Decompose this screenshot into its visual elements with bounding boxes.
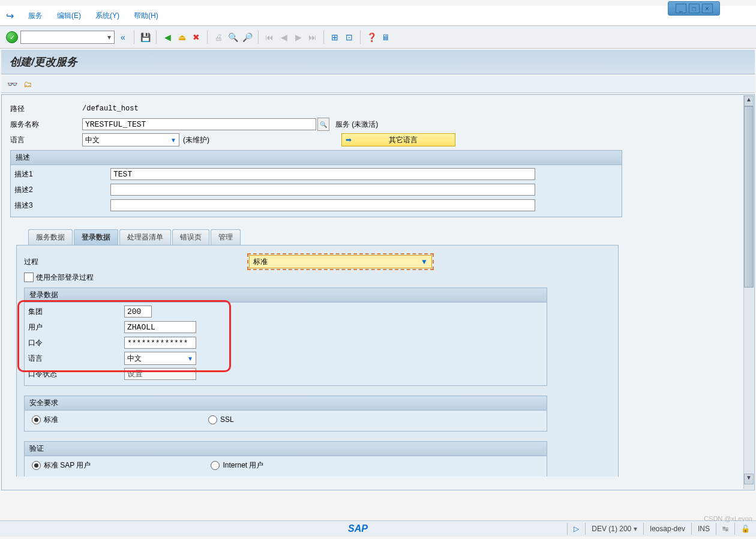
auth-group-title: 验证 — [25, 442, 547, 456]
auth-internet-radio[interactable] — [211, 461, 220, 470]
use-all-login-checkbox[interactable] — [24, 273, 34, 282]
first-icon: ⏮ — [263, 31, 275, 43]
maximize-icon[interactable]: □ — [689, 4, 700, 13]
service-name-label: 服务名称 — [10, 119, 82, 130]
service-name-input[interactable] — [82, 118, 316, 130]
desc2-input[interactable] — [110, 184, 535, 196]
window-controls[interactable]: _ □ × — [668, 1, 720, 16]
process-label: 过程 — [24, 257, 249, 267]
exit2-icon[interactable]: ⏏ — [176, 31, 188, 43]
save-icon[interactable]: 💾 — [139, 31, 151, 43]
glasses-icon[interactable]: 👓 — [6, 78, 18, 90]
exit-icon[interactable]: ↪ — [6, 10, 14, 22]
chevron-down-icon: ▼ — [187, 355, 193, 362]
login-data-group-title: 登录数据 — [25, 288, 547, 303]
command-field[interactable]: ▾ — [20, 31, 115, 44]
f4-help-icon[interactable]: 🔍 — [317, 118, 329, 131]
toolbar: ✓ ▾ « 💾 ◀ ⏏ ✖ 🖨 🔍 🔎 ⏮ ◀ ▶ ⏭ ⊞ ⊡ ❓ 🖥 — [0, 26, 756, 49]
enter-icon[interactable]: ✓ — [6, 31, 18, 43]
tab-strip: 服务数据 登录数据 处理器清单 错误页 管理 — [28, 229, 746, 245]
pwstate-value — [124, 368, 196, 380]
user-label: 用户 — [28, 322, 124, 333]
service-status-label: 服务 (未激活) — [335, 119, 378, 130]
content-area: ▲ ▼ 路径 /default_host 服务名称 🔍 服务 (未激活) 语言 … — [1, 94, 755, 490]
tab-content: 过程 标准 ▼ 使用全部登录过程 登录数据 集团 — [16, 245, 619, 477]
help-icon[interactable]: ❓ — [365, 31, 377, 43]
tab-error-page[interactable]: 错误页 — [172, 229, 209, 245]
menu-edit[interactable]: 编辑(E) — [57, 11, 81, 21]
process-dropdown[interactable]: 标准 ▼ — [249, 255, 432, 268]
path-value: /default_host — [82, 104, 139, 113]
auth-sap-radio[interactable] — [32, 461, 41, 470]
password-input[interactable] — [124, 337, 196, 349]
chevron-down-icon[interactable]: ▾ — [104, 33, 114, 41]
tab-handler-list[interactable]: 处理器清单 — [119, 229, 171, 245]
tree-icon[interactable]: 🗂 — [22, 78, 34, 90]
security-standard-label: 标准 — [44, 415, 58, 425]
arrow-right-icon: ➡ — [346, 136, 352, 144]
minimize-icon[interactable]: _ — [676, 4, 686, 13]
language-label: 语言 — [10, 135, 82, 145]
menu-system[interactable]: 系统(Y) — [95, 11, 119, 21]
desc2-label: 描述2 — [14, 185, 110, 195]
menu-service[interactable]: 服务 — [28, 11, 43, 21]
description-group-title: 描述 — [11, 151, 622, 165]
tab-service-data[interactable]: 服务数据 — [28, 229, 73, 245]
security-ssl-radio[interactable] — [208, 415, 217, 424]
print-icon: 🖨 — [212, 31, 224, 43]
pwstate-label: 口令状态 — [28, 369, 124, 379]
path-label: 路径 — [10, 104, 82, 114]
language-value: 中文 — [85, 135, 100, 145]
app-toolbar: 👓 🗂 — [1, 76, 755, 93]
tab-login-data[interactable]: 登录数据 — [74, 229, 118, 245]
auth-sap-label: 标准 SAP 用户 — [44, 460, 91, 471]
desc1-label: 描述1 — [14, 169, 110, 179]
security-group-title: 安全要求 — [25, 396, 547, 411]
shortcut-icon[interactable]: ⊡ — [343, 31, 355, 43]
client-input[interactable] — [124, 306, 152, 318]
password-label: 口令 — [28, 338, 124, 348]
security-standard-radio[interactable] — [32, 415, 41, 424]
tab-admin[interactable]: 管理 — [211, 229, 241, 245]
use-all-login-label: 使用全部登录过程 — [36, 273, 94, 283]
desc3-label: 描述3 — [14, 200, 110, 211]
cancel-icon[interactable]: ✖ — [190, 31, 202, 43]
expand-icon[interactable]: « — [117, 31, 129, 43]
user-input[interactable] — [124, 321, 196, 333]
client-label: 集团 — [28, 307, 124, 317]
last-icon: ⏭ — [307, 31, 319, 43]
desc3-input[interactable] — [110, 199, 535, 211]
other-languages-label: 其它语言 — [355, 135, 451, 145]
newsession-icon[interactable]: ⊞ — [329, 31, 341, 43]
security-ssl-label: SSL — [220, 415, 234, 424]
menubar: ↪ 服务 编辑(E) 系统(Y) 帮助(H) — [0, 6, 756, 26]
close-icon[interactable]: × — [702, 4, 713, 13]
next-icon: ▶ — [292, 31, 304, 43]
process-value: 标准 — [253, 257, 268, 267]
desc1-input[interactable] — [110, 168, 535, 180]
back-icon[interactable]: ◀ — [161, 31, 173, 43]
login-lang-dropdown[interactable]: 中文 ▼ — [124, 352, 196, 365]
prev-icon: ◀ — [278, 31, 290, 43]
chevron-down-icon: ▼ — [170, 137, 176, 143]
page-title: 创建/更改服务 — [1, 50, 755, 74]
language-dropdown[interactable]: 中文 ▼ — [82, 133, 179, 146]
chevron-down-icon: ▼ — [421, 257, 428, 266]
findnext-icon: 🔎 — [241, 31, 253, 43]
login-lang-value: 中文 — [127, 354, 142, 364]
login-lang-label: 语言 — [28, 354, 124, 364]
language-note: (未维护) — [183, 135, 209, 145]
other-languages-button[interactable]: ➡ 其它语言 — [341, 133, 455, 146]
menu-help[interactable]: 帮助(H) — [134, 11, 158, 21]
auth-internet-label: Internet 用户 — [223, 460, 263, 471]
find-icon: 🔍 — [227, 31, 239, 43]
layout-icon[interactable]: 🖥 — [380, 31, 392, 43]
